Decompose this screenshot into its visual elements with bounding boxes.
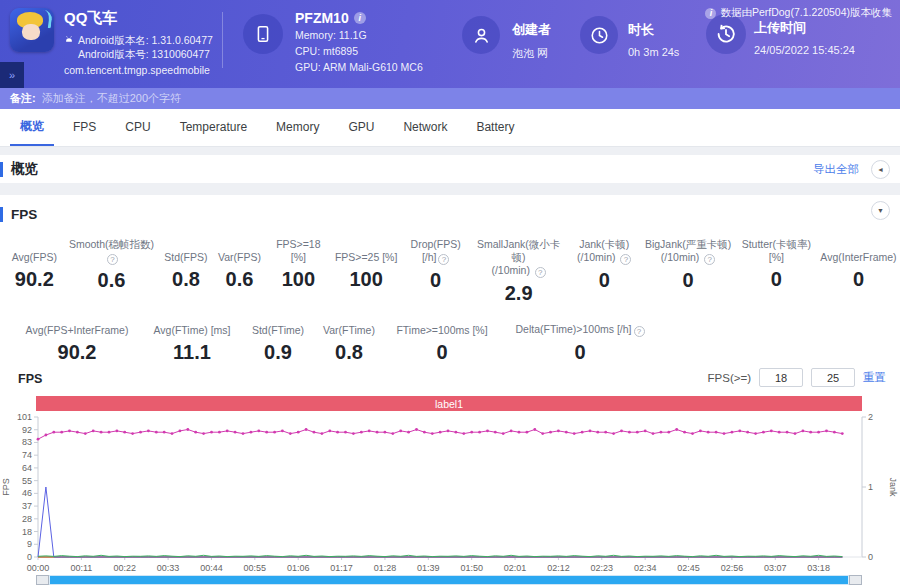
svg-text:00:33: 00:33: [157, 563, 180, 571]
fps-section-header: FPS ▼: [0, 195, 900, 225]
svg-text:02:45: 02:45: [677, 563, 700, 571]
metric-value: 100: [267, 268, 329, 291]
series-Smooth: [38, 555, 842, 556]
svg-text:0: 0: [868, 552, 873, 562]
tab-Battery[interactable]: Battery: [466, 109, 524, 146]
info-icon[interactable]: ?: [438, 254, 449, 265]
metric-value: 90.2: [14, 341, 140, 364]
scrollbar-handle-left[interactable]: [36, 575, 49, 585]
fps-collapse-button[interactable]: ▼: [871, 201, 890, 220]
overview-section-bar: 概览 导出全部 ◄: [0, 155, 900, 183]
metric-Std(FTime): Std(FTime)0.9: [242, 311, 314, 364]
metric-value: 0: [403, 269, 469, 292]
fps-metrics-row-2: Avg(FPS+InterFrame)90.2Avg(FTime) [ms]11…: [0, 311, 900, 364]
svg-text:FPS: FPS: [1, 478, 11, 496]
metric-FPS>=18 [%]: FPS>=18 [%]100: [265, 238, 331, 305]
duration-label: 时长: [628, 21, 679, 39]
svg-text:18: 18: [22, 527, 32, 537]
svg-text:00:55: 00:55: [244, 563, 267, 571]
info-icon[interactable]: ?: [535, 267, 546, 278]
svg-text:00:44: 00:44: [200, 563, 223, 571]
metric-value: 0.6: [216, 268, 264, 291]
chart-title: FPS: [18, 372, 42, 386]
person-icon: [471, 25, 492, 46]
svg-text:02:34: 02:34: [634, 563, 657, 571]
info-icon[interactable]: ?: [620, 254, 631, 265]
svg-text:01:06: 01:06: [287, 563, 310, 571]
app-icon: [10, 8, 54, 52]
svg-text:02:23: 02:23: [591, 563, 614, 571]
scrollbar-fill[interactable]: [50, 576, 848, 584]
metric-Avg(InterFrame): Avg(InterFrame)0: [818, 238, 898, 305]
spacer: [0, 183, 900, 195]
svg-text:01:28: 01:28: [374, 563, 397, 571]
creator-circle: [462, 16, 500, 54]
tab-CPU[interactable]: CPU: [115, 109, 160, 146]
metric-value: 0: [644, 269, 733, 292]
fps-chart[interactable]: 10192837464554637281890210FPSJank00:0000…: [0, 411, 900, 571]
svg-text:64: 64: [22, 463, 32, 473]
scene-label-bar[interactable]: label1: [36, 396, 862, 411]
collapse-button[interactable]: ◄: [871, 160, 890, 179]
metric-value: 0: [736, 268, 816, 291]
metric-value: 0: [386, 341, 498, 364]
svg-text:00:11: 00:11: [70, 563, 92, 571]
upload-circle: [706, 14, 746, 54]
reset-link[interactable]: 重置: [863, 370, 886, 385]
creator-value: 泡泡 网: [512, 46, 551, 61]
divider: [222, 12, 223, 68]
svg-text:03:07: 03:07: [764, 563, 787, 571]
device-gpu: GPU: ARM Mali-G610 MC6: [295, 61, 423, 74]
tab-Temperature[interactable]: Temperature: [170, 109, 257, 146]
svg-text:02:12: 02:12: [547, 563, 570, 571]
metric-value: 0: [502, 341, 658, 364]
upload-block: 上传时间 24/05/2022 15:45:24: [754, 19, 855, 56]
info-icon[interactable]: ?: [634, 326, 645, 337]
chart-scrollbar[interactable]: [36, 575, 862, 585]
android-version-name: Android版本名: 1.31.0.60477: [78, 33, 213, 47]
app-info: QQ飞车 Android版本名: 1.31.0.60477 Android版本号…: [64, 9, 213, 76]
scene-label-text: label1: [435, 398, 463, 410]
remarks-bar[interactable]: 备注: 添加备注，不超过200个字符: [0, 88, 900, 109]
info-icon[interactable]: ?: [107, 254, 118, 265]
collect-note-text: 数据由PerfDog(7.1.220504)版本收集: [720, 6, 892, 20]
svg-text:83: 83: [22, 437, 32, 447]
fps-line-chart[interactable]: 10192837464554637281890210FPSJank00:0000…: [0, 411, 900, 571]
svg-text:2: 2: [868, 412, 873, 422]
tab-概览[interactable]: 概览: [10, 109, 54, 146]
fps-threshold-input-1[interactable]: [759, 368, 803, 387]
svg-text:00:00: 00:00: [27, 563, 50, 571]
device-name: PFZM10: [295, 10, 349, 26]
tab-bar: 概览FPSCPUTemperatureMemoryGPUNetworkBatte…: [0, 109, 900, 147]
svg-text:03:18: 03:18: [807, 563, 830, 571]
export-all-link[interactable]: 导出全部: [813, 162, 859, 177]
info-icon[interactable]: ?: [704, 254, 715, 265]
device-memory: Memory: 11.1G: [295, 29, 423, 42]
remarks-label: 备注:: [10, 91, 36, 106]
tab-Network[interactable]: Network: [393, 109, 457, 146]
fps-section-title: FPS: [11, 207, 37, 222]
tab-Memory[interactable]: Memory: [266, 109, 329, 146]
device-info-icon[interactable]: i: [354, 12, 366, 24]
svg-text:9: 9: [27, 539, 32, 549]
corner-widget[interactable]: »: [0, 62, 24, 88]
accent-bar: [0, 207, 3, 222]
metric-value: 0.9: [244, 341, 312, 364]
fps-metrics-row-1: Avg(FPS)90.2Smooth(稳帧指数)?0.6Std(FPS)0.8V…: [0, 238, 900, 305]
svg-text:01:39: 01:39: [417, 563, 440, 571]
tab-GPU[interactable]: GPU: [338, 109, 384, 146]
metric-Delta(FTime)>100ms [/h]: Delta(FTime)>100ms [/h]?0: [500, 311, 660, 364]
fps-threshold-input-2[interactable]: [811, 368, 855, 387]
svg-text:92: 92: [22, 425, 32, 435]
svg-text:46: 46: [22, 488, 32, 498]
svg-text:02:56: 02:56: [721, 563, 744, 571]
metric-value: 0.8: [160, 268, 211, 291]
duration-circle: [580, 16, 618, 54]
scrollbar-handle-right[interactable]: [849, 575, 862, 585]
tab-FPS[interactable]: FPS: [63, 109, 106, 146]
creator-label: 创建者: [512, 21, 551, 39]
svg-text:28: 28: [22, 514, 32, 524]
metric-value: 0: [820, 268, 896, 291]
metric-value: 2.9: [472, 282, 564, 305]
metric-Jank(卡顿): Jank(卡顿)(/10min) ?0: [567, 238, 642, 305]
